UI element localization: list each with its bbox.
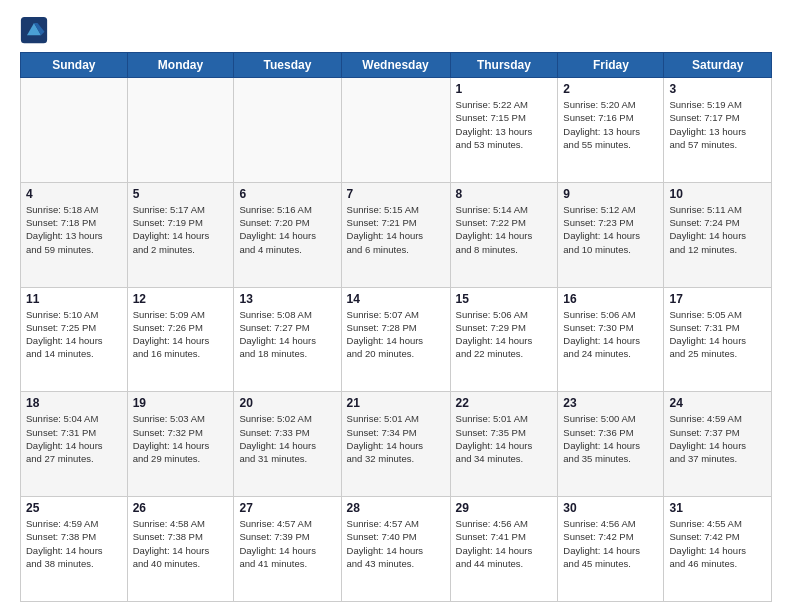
logo-icon xyxy=(20,16,48,44)
day-info: Sunrise: 5:22 AM Sunset: 7:15 PM Dayligh… xyxy=(456,98,553,151)
calendar-cell: 1Sunrise: 5:22 AM Sunset: 7:15 PM Daylig… xyxy=(450,78,558,183)
day-number: 30 xyxy=(563,501,658,515)
day-number: 18 xyxy=(26,396,122,410)
calendar-cell: 24Sunrise: 4:59 AM Sunset: 7:37 PM Dayli… xyxy=(664,392,772,497)
calendar-cell: 15Sunrise: 5:06 AM Sunset: 7:29 PM Dayli… xyxy=(450,287,558,392)
weekday-header-row: SundayMondayTuesdayWednesdayThursdayFrid… xyxy=(21,53,772,78)
calendar-cell: 18Sunrise: 5:04 AM Sunset: 7:31 PM Dayli… xyxy=(21,392,128,497)
day-info: Sunrise: 4:57 AM Sunset: 7:40 PM Dayligh… xyxy=(347,517,445,570)
day-number: 22 xyxy=(456,396,553,410)
calendar-cell: 28Sunrise: 4:57 AM Sunset: 7:40 PM Dayli… xyxy=(341,497,450,602)
day-number: 1 xyxy=(456,82,553,96)
calendar-cell: 19Sunrise: 5:03 AM Sunset: 7:32 PM Dayli… xyxy=(127,392,234,497)
weekday-header-friday: Friday xyxy=(558,53,664,78)
calendar-cell: 31Sunrise: 4:55 AM Sunset: 7:42 PM Dayli… xyxy=(664,497,772,602)
calendar-cell: 30Sunrise: 4:56 AM Sunset: 7:42 PM Dayli… xyxy=(558,497,664,602)
day-number: 2 xyxy=(563,82,658,96)
day-info: Sunrise: 5:15 AM Sunset: 7:21 PM Dayligh… xyxy=(347,203,445,256)
day-number: 21 xyxy=(347,396,445,410)
day-number: 11 xyxy=(26,292,122,306)
day-number: 27 xyxy=(239,501,335,515)
day-number: 3 xyxy=(669,82,766,96)
day-number: 4 xyxy=(26,187,122,201)
calendar-cell: 21Sunrise: 5:01 AM Sunset: 7:34 PM Dayli… xyxy=(341,392,450,497)
day-number: 24 xyxy=(669,396,766,410)
day-info: Sunrise: 5:16 AM Sunset: 7:20 PM Dayligh… xyxy=(239,203,335,256)
calendar-cell: 22Sunrise: 5:01 AM Sunset: 7:35 PM Dayli… xyxy=(450,392,558,497)
day-info: Sunrise: 5:04 AM Sunset: 7:31 PM Dayligh… xyxy=(26,412,122,465)
day-number: 12 xyxy=(133,292,229,306)
day-number: 6 xyxy=(239,187,335,201)
day-info: Sunrise: 5:06 AM Sunset: 7:30 PM Dayligh… xyxy=(563,308,658,361)
weekday-header-sunday: Sunday xyxy=(21,53,128,78)
calendar-cell xyxy=(234,78,341,183)
calendar-cell: 11Sunrise: 5:10 AM Sunset: 7:25 PM Dayli… xyxy=(21,287,128,392)
day-number: 16 xyxy=(563,292,658,306)
day-info: Sunrise: 5:00 AM Sunset: 7:36 PM Dayligh… xyxy=(563,412,658,465)
day-number: 15 xyxy=(456,292,553,306)
calendar-cell: 20Sunrise: 5:02 AM Sunset: 7:33 PM Dayli… xyxy=(234,392,341,497)
calendar-week-row: 1Sunrise: 5:22 AM Sunset: 7:15 PM Daylig… xyxy=(21,78,772,183)
calendar-cell: 29Sunrise: 4:56 AM Sunset: 7:41 PM Dayli… xyxy=(450,497,558,602)
calendar-cell xyxy=(21,78,128,183)
day-info: Sunrise: 5:08 AM Sunset: 7:27 PM Dayligh… xyxy=(239,308,335,361)
day-number: 13 xyxy=(239,292,335,306)
calendar-cell xyxy=(341,78,450,183)
calendar-cell: 13Sunrise: 5:08 AM Sunset: 7:27 PM Dayli… xyxy=(234,287,341,392)
day-info: Sunrise: 5:02 AM Sunset: 7:33 PM Dayligh… xyxy=(239,412,335,465)
day-number: 25 xyxy=(26,501,122,515)
weekday-header-monday: Monday xyxy=(127,53,234,78)
weekday-header-thursday: Thursday xyxy=(450,53,558,78)
day-number: 5 xyxy=(133,187,229,201)
day-info: Sunrise: 5:06 AM Sunset: 7:29 PM Dayligh… xyxy=(456,308,553,361)
calendar-cell: 23Sunrise: 5:00 AM Sunset: 7:36 PM Dayli… xyxy=(558,392,664,497)
day-info: Sunrise: 5:18 AM Sunset: 7:18 PM Dayligh… xyxy=(26,203,122,256)
day-info: Sunrise: 5:17 AM Sunset: 7:19 PM Dayligh… xyxy=(133,203,229,256)
weekday-header-saturday: Saturday xyxy=(664,53,772,78)
day-info: Sunrise: 5:14 AM Sunset: 7:22 PM Dayligh… xyxy=(456,203,553,256)
day-number: 29 xyxy=(456,501,553,515)
day-number: 7 xyxy=(347,187,445,201)
day-number: 23 xyxy=(563,396,658,410)
calendar-week-row: 11Sunrise: 5:10 AM Sunset: 7:25 PM Dayli… xyxy=(21,287,772,392)
calendar-cell: 27Sunrise: 4:57 AM Sunset: 7:39 PM Dayli… xyxy=(234,497,341,602)
day-info: Sunrise: 5:19 AM Sunset: 7:17 PM Dayligh… xyxy=(669,98,766,151)
day-info: Sunrise: 4:59 AM Sunset: 7:37 PM Dayligh… xyxy=(669,412,766,465)
day-number: 28 xyxy=(347,501,445,515)
calendar-cell: 3Sunrise: 5:19 AM Sunset: 7:17 PM Daylig… xyxy=(664,78,772,183)
calendar-cell: 7Sunrise: 5:15 AM Sunset: 7:21 PM Daylig… xyxy=(341,182,450,287)
day-info: Sunrise: 4:59 AM Sunset: 7:38 PM Dayligh… xyxy=(26,517,122,570)
day-number: 8 xyxy=(456,187,553,201)
calendar-cell: 26Sunrise: 4:58 AM Sunset: 7:38 PM Dayli… xyxy=(127,497,234,602)
calendar-cell: 5Sunrise: 5:17 AM Sunset: 7:19 PM Daylig… xyxy=(127,182,234,287)
day-info: Sunrise: 5:09 AM Sunset: 7:26 PM Dayligh… xyxy=(133,308,229,361)
calendar-week-row: 25Sunrise: 4:59 AM Sunset: 7:38 PM Dayli… xyxy=(21,497,772,602)
day-info: Sunrise: 5:07 AM Sunset: 7:28 PM Dayligh… xyxy=(347,308,445,361)
day-info: Sunrise: 5:03 AM Sunset: 7:32 PM Dayligh… xyxy=(133,412,229,465)
day-info: Sunrise: 5:10 AM Sunset: 7:25 PM Dayligh… xyxy=(26,308,122,361)
day-info: Sunrise: 4:56 AM Sunset: 7:41 PM Dayligh… xyxy=(456,517,553,570)
day-number: 31 xyxy=(669,501,766,515)
weekday-header-tuesday: Tuesday xyxy=(234,53,341,78)
calendar-cell xyxy=(127,78,234,183)
day-info: Sunrise: 5:05 AM Sunset: 7:31 PM Dayligh… xyxy=(669,308,766,361)
day-info: Sunrise: 5:12 AM Sunset: 7:23 PM Dayligh… xyxy=(563,203,658,256)
logo xyxy=(20,16,52,44)
day-info: Sunrise: 4:58 AM Sunset: 7:38 PM Dayligh… xyxy=(133,517,229,570)
day-number: 17 xyxy=(669,292,766,306)
calendar-cell: 6Sunrise: 5:16 AM Sunset: 7:20 PM Daylig… xyxy=(234,182,341,287)
page-header xyxy=(20,16,772,44)
day-info: Sunrise: 4:57 AM Sunset: 7:39 PM Dayligh… xyxy=(239,517,335,570)
day-number: 19 xyxy=(133,396,229,410)
calendar-week-row: 4Sunrise: 5:18 AM Sunset: 7:18 PM Daylig… xyxy=(21,182,772,287)
calendar-cell: 10Sunrise: 5:11 AM Sunset: 7:24 PM Dayli… xyxy=(664,182,772,287)
calendar-table: SundayMondayTuesdayWednesdayThursdayFrid… xyxy=(20,52,772,602)
calendar-cell: 17Sunrise: 5:05 AM Sunset: 7:31 PM Dayli… xyxy=(664,287,772,392)
day-info: Sunrise: 5:11 AM Sunset: 7:24 PM Dayligh… xyxy=(669,203,766,256)
calendar-cell: 14Sunrise: 5:07 AM Sunset: 7:28 PM Dayli… xyxy=(341,287,450,392)
weekday-header-wednesday: Wednesday xyxy=(341,53,450,78)
calendar-cell: 2Sunrise: 5:20 AM Sunset: 7:16 PM Daylig… xyxy=(558,78,664,183)
day-number: 20 xyxy=(239,396,335,410)
day-number: 10 xyxy=(669,187,766,201)
calendar-cell: 25Sunrise: 4:59 AM Sunset: 7:38 PM Dayli… xyxy=(21,497,128,602)
